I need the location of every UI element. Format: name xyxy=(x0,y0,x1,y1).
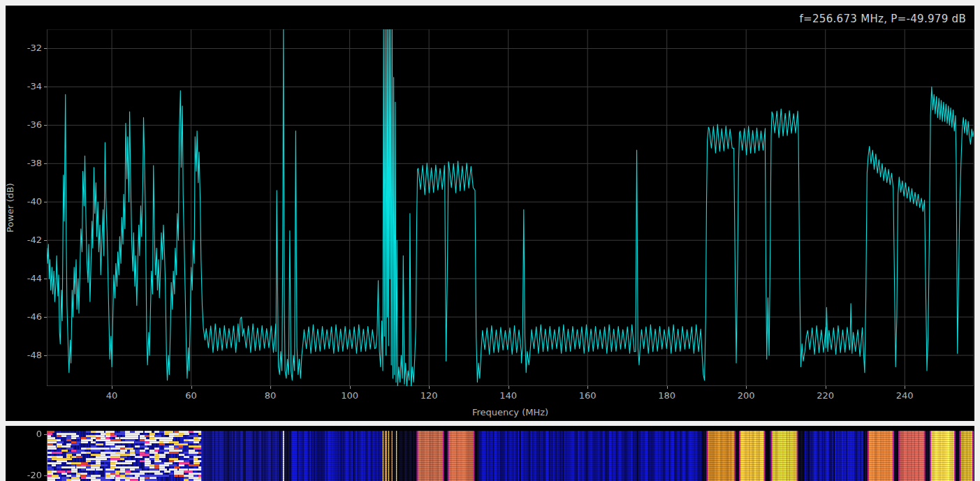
x-tick-label: 240 xyxy=(891,390,919,401)
x-tick-mark xyxy=(587,386,588,389)
y-axis-label: Power (dB) xyxy=(5,124,15,292)
waterfall-panel: 0-20 xyxy=(6,426,974,481)
y-tick-label: -36 xyxy=(13,119,42,130)
x-tick-label: 140 xyxy=(495,390,522,401)
cursor-readout: f=256.673 MHz, P=-49.979 dB xyxy=(800,13,966,25)
y-tick-mark xyxy=(44,279,47,279)
y-tick-mark xyxy=(44,48,47,49)
x-axis-label: Frequency (MHz) xyxy=(47,407,974,417)
y-tick-mark xyxy=(44,355,47,356)
time-tick-mark xyxy=(44,434,47,435)
y-tick-label: -46 xyxy=(13,311,42,322)
y-tick-mark xyxy=(44,317,47,318)
x-tick-mark xyxy=(746,386,747,389)
waterfall-left-spine xyxy=(47,431,47,481)
x-tick-mark xyxy=(270,386,271,389)
time-tick-label: -20 xyxy=(13,470,42,480)
y-tick-mark xyxy=(44,163,47,164)
y-tick-label: -40 xyxy=(13,196,42,207)
x-tick-mark xyxy=(667,386,668,389)
time-tick-label: 0 xyxy=(13,429,42,439)
x-tick-label: 100 xyxy=(336,390,364,401)
x-tick-label: 60 xyxy=(177,390,205,401)
x-tick-label: 160 xyxy=(573,390,601,401)
x-tick-mark xyxy=(905,386,905,389)
x-tick-mark xyxy=(429,386,430,389)
x-tick-label: 80 xyxy=(256,390,284,401)
y-tick-label: -44 xyxy=(13,273,42,283)
y-tick-label: -32 xyxy=(13,43,42,53)
x-tick-mark xyxy=(826,386,826,389)
x-tick-mark xyxy=(112,386,112,389)
y-tick-label: -48 xyxy=(13,350,42,360)
x-tick-mark xyxy=(350,386,351,389)
x-tick-label: 40 xyxy=(98,390,126,401)
spectrum-plot-area[interactable] xyxy=(47,29,974,386)
time-tick-mark xyxy=(44,475,47,476)
y-tick-mark xyxy=(44,202,47,202)
waterfall-plot-area[interactable] xyxy=(47,431,974,481)
y-tick-label: -38 xyxy=(13,158,42,168)
spectrum-trace xyxy=(47,29,974,386)
x-tick-label: 180 xyxy=(653,390,681,401)
y-tick-label: -42 xyxy=(13,235,42,245)
x-tick-mark xyxy=(509,386,509,389)
spectrum-trace-svg xyxy=(47,29,974,386)
y-tick-mark xyxy=(44,125,47,126)
x-tick-mark xyxy=(191,386,192,389)
x-tick-label: 220 xyxy=(812,390,840,401)
x-tick-label: 200 xyxy=(732,390,760,401)
y-tick-label: -34 xyxy=(13,81,42,91)
x-tick-label: 120 xyxy=(415,390,443,401)
spectrum-panel: f=256.673 MHz, P=-49.979 dB 406080100120… xyxy=(6,6,974,421)
y-tick-mark xyxy=(44,87,47,87)
y-tick-mark xyxy=(44,240,47,241)
